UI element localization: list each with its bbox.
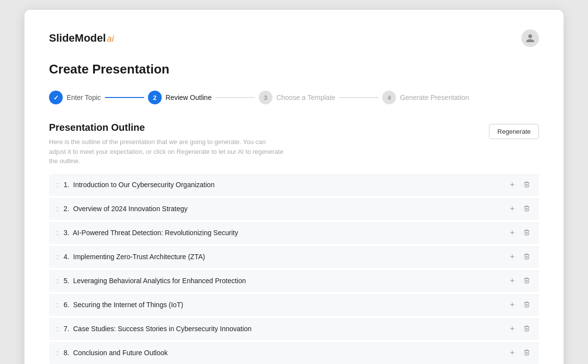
stepper: ✓ Enter Topic 2 Review Outline 3 Choose … — [49, 91, 539, 104]
drag-handle-3[interactable]: :: — [56, 229, 59, 237]
add-item-button-3[interactable]: + — [508, 228, 516, 238]
outline-item-text-6: 6. Securing the Internet of Things (IoT) — [64, 301, 503, 309]
outline-item-actions-5: + — [508, 276, 532, 286]
drag-handle-5[interactable]: :: — [56, 277, 59, 285]
user-icon — [525, 33, 535, 43]
outline-header: Presentation Outline Here is the outline… — [49, 122, 539, 166]
add-item-button-2[interactable]: + — [508, 204, 516, 214]
outline-row-5: :: 5. Leveraging Behavioral Analytics fo… — [49, 270, 539, 292]
trash-icon — [523, 301, 530, 308]
drag-handle-2[interactable]: :: — [56, 205, 59, 213]
outline-description: Here is the outline of the presentation … — [49, 137, 284, 166]
header: SlideModelai — [49, 29, 539, 47]
connector-3-4 — [339, 97, 378, 98]
delete-item-button-5[interactable] — [521, 276, 532, 286]
main-card: SlideModelai Create Presentation ✓ Enter… — [24, 10, 564, 364]
outline-row-4: :: 4. Implementing Zero-Trust Architectu… — [49, 246, 539, 268]
step-4-number: 4 — [388, 94, 391, 101]
connector-1-2 — [105, 97, 144, 98]
outline-list: :: 1. Introduction to Our Cybersecurity … — [49, 174, 539, 364]
logo-main: SlideModel — [49, 32, 106, 44]
outline-row-7: :: 7. Case Studies: Success Stories in C… — [49, 318, 539, 340]
step-4-circle: 4 — [382, 91, 396, 104]
add-item-button-1[interactable]: + — [508, 180, 516, 190]
drag-handle-7[interactable]: :: — [56, 325, 59, 333]
trash-icon — [523, 205, 530, 212]
add-item-button-5[interactable]: + — [508, 276, 516, 286]
drag-handle-6[interactable]: :: — [56, 301, 59, 309]
outline-item-actions-8: + — [508, 348, 532, 358]
outline-row-1: :: 1. Introduction to Our Cybersecurity … — [49, 174, 539, 196]
step-3-label: Choose a Template — [276, 94, 335, 101]
outline-row-6: :: 6. Securing the Internet of Things (I… — [49, 294, 539, 316]
outline-title: Presentation Outline — [49, 122, 284, 133]
add-item-button-6[interactable]: + — [508, 300, 516, 310]
outline-item-actions-2: + — [508, 204, 532, 214]
outline-item-actions-1: + — [508, 180, 532, 190]
outline-item-actions-3: + — [508, 228, 532, 238]
outline-item-actions-7: + — [508, 324, 532, 334]
outline-item-text-2: 2. Overview of 2024 Innovation Strategy — [64, 205, 503, 213]
add-item-button-8[interactable]: + — [508, 348, 516, 358]
trash-icon — [523, 253, 530, 260]
regenerate-button[interactable]: Regenerate — [489, 124, 539, 139]
outline-row-2: :: 2. Overview of 2024 Innovation Strate… — [49, 198, 539, 220]
connector-2-3 — [216, 97, 255, 98]
delete-item-button-8[interactable] — [521, 348, 532, 358]
trash-icon — [523, 349, 530, 356]
page-title: Create Presentation — [49, 62, 539, 77]
delete-item-button-3[interactable] — [521, 228, 532, 238]
drag-handle-4[interactable]: :: — [56, 253, 59, 261]
logo-sub: ai — [107, 34, 114, 44]
outline-item-text-7: 7. Case Studies: Success Stories in Cybe… — [64, 325, 503, 333]
trash-icon — [523, 229, 530, 236]
drag-handle-1[interactable]: :: — [56, 181, 59, 189]
step-2-number: 2 — [153, 94, 156, 101]
trash-icon — [523, 181, 530, 188]
step-1-circle: ✓ — [49, 91, 63, 104]
step-1-label: Enter Topic — [67, 94, 101, 101]
step-1: ✓ Enter Topic — [49, 91, 101, 104]
step-4-label: Generate Presentation — [400, 94, 469, 101]
logo: SlideModelai — [49, 32, 114, 45]
outline-item-actions-4: + — [508, 252, 532, 262]
outline-item-text-3: 3. AI-Powered Threat Detection: Revoluti… — [64, 229, 503, 237]
step-2-label: Review Outline — [166, 94, 212, 101]
add-item-button-7[interactable]: + — [508, 324, 516, 334]
outline-item-text-1: 1. Introduction to Our Cybersecurity Org… — [64, 181, 503, 189]
step-2-circle: 2 — [148, 91, 162, 104]
user-avatar[interactable] — [521, 29, 539, 47]
outline-section: Presentation Outline Here is the outline… — [49, 122, 539, 364]
delete-item-button-7[interactable] — [521, 324, 532, 334]
outline-header-text: Presentation Outline Here is the outline… — [49, 122, 284, 166]
delete-item-button-2[interactable] — [521, 204, 532, 214]
drag-handle-8[interactable]: :: — [56, 349, 59, 357]
add-item-button-4[interactable]: + — [508, 252, 516, 262]
outline-row-3: :: 3. AI-Powered Threat Detection: Revol… — [49, 222, 539, 244]
step-3: 3 Choose a Template — [259, 91, 335, 104]
step-3-circle: 3 — [259, 91, 272, 104]
delete-item-button-4[interactable] — [521, 252, 532, 262]
outline-item-text-8: 8. Conclusion and Future Outlook — [64, 349, 503, 357]
step-1-check: ✓ — [53, 94, 59, 101]
outline-item-text-5: 5. Leveraging Behavioral Analytics for E… — [64, 277, 503, 285]
delete-item-button-1[interactable] — [521, 180, 532, 190]
outline-row-8: :: 8. Conclusion and Future Outlook + — [49, 342, 539, 364]
trash-icon — [523, 325, 530, 332]
trash-icon — [523, 277, 530, 284]
outline-item-text-4: 4. Implementing Zero-Trust Architecture … — [64, 253, 503, 261]
step-3-number: 3 — [264, 94, 267, 101]
step-2: 2 Review Outline — [148, 91, 212, 104]
delete-item-button-6[interactable] — [521, 300, 532, 310]
step-4: 4 Generate Presentation — [382, 91, 469, 104]
outline-item-actions-6: + — [508, 300, 532, 310]
